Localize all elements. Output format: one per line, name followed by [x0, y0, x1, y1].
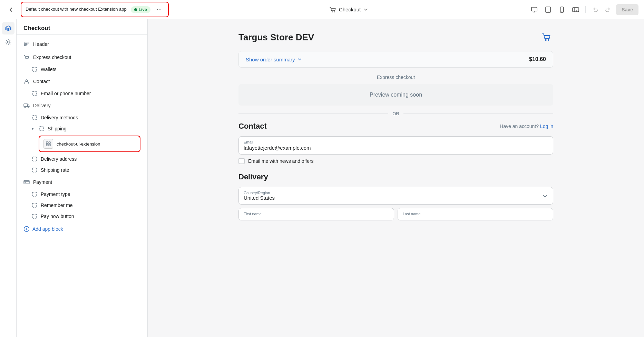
country-label: Country/Region: [244, 191, 275, 195]
country-field[interactable]: Country/Region United States: [238, 187, 553, 205]
topbar-right: Save: [529, 4, 638, 15]
sidebar-item-pay-now-label: Pay now button: [41, 214, 74, 219]
svg-rect-2: [531, 7, 537, 11]
sidebar-item-wallets[interactable]: Wallets: [17, 64, 147, 75]
extension-icon: [43, 139, 53, 149]
last-name-label: Last name: [403, 212, 548, 216]
sidebar-item-delivery-address[interactable]: Delivery address: [17, 153, 147, 165]
email-offers-checkbox[interactable]: [238, 158, 245, 164]
icon-sidebar: [0, 19, 17, 337]
save-button[interactable]: Save: [616, 4, 638, 15]
express-checkout-label: Express checkout: [238, 75, 553, 80]
sidebar-item-pay-now[interactable]: Pay now button: [17, 211, 147, 222]
add-app-block-button[interactable]: Add app block: [17, 222, 147, 236]
login-link[interactable]: Log in: [540, 123, 553, 129]
name-row: First name Last name: [238, 208, 553, 224]
sidebar-item-contact[interactable]: Contact: [17, 75, 147, 88]
svg-rect-30: [32, 192, 37, 196]
svg-rect-24: [46, 144, 48, 146]
svg-point-4: [548, 11, 548, 12]
svg-point-8: [7, 41, 9, 43]
email-phone-icon: [32, 91, 37, 96]
shipping-collapse-icon: ▾: [32, 127, 34, 131]
back-button[interactable]: [6, 4, 17, 15]
undo-button[interactable]: [590, 4, 601, 15]
country-chevron-icon: [542, 193, 548, 199]
tablet-view-button[interactable]: [543, 4, 554, 15]
sidebar-item-wallets-label: Wallets: [41, 67, 56, 72]
sidebar-item-email-phone[interactable]: Email or phone number: [17, 88, 147, 99]
sidebar-item-delivery-label: Delivery: [33, 103, 51, 108]
svg-rect-21: [39, 127, 43, 131]
redo-button[interactable]: [602, 4, 613, 15]
svg-point-19: [28, 107, 29, 108]
plus-circle-icon: [23, 226, 30, 232]
sidebar-item-delivery[interactable]: Delivery: [17, 99, 147, 112]
topbar: Default checkout with new checkout Exten…: [0, 0, 644, 19]
live-label: Live: [139, 7, 147, 12]
sidebar-item-shipping-rate[interactable]: Shipping rate: [17, 165, 147, 176]
add-app-block-label: Add app block: [32, 226, 63, 232]
sidebar-item-remember-me[interactable]: Remember me: [17, 200, 147, 211]
settings-button[interactable]: [2, 36, 14, 48]
express-checkout-section: Express checkout Preview coming soon: [238, 75, 553, 106]
express-checkout-icon: [23, 54, 30, 60]
sidebar-item-extension[interactable]: checkout-ui-extension: [39, 136, 140, 152]
svg-rect-25: [49, 144, 50, 146]
sidebar-item-express-checkout[interactable]: Express checkout: [17, 51, 147, 64]
svg-point-18: [25, 107, 25, 108]
svg-rect-14: [32, 67, 37, 71]
contact-title: Contact: [238, 122, 267, 131]
mobile-view-button[interactable]: [556, 4, 567, 15]
email-field-label: Email: [244, 140, 548, 144]
sidebar-item-header[interactable]: Header: [17, 38, 147, 51]
last-name-field[interactable]: Last name: [398, 208, 553, 220]
email-field-value: lafayettejerde@example.com: [244, 145, 548, 151]
email-offers-row: Email me with news and offers: [238, 158, 553, 164]
sidebar-item-email-phone-label: Email or phone number: [41, 91, 91, 96]
sidebar-title: Checkout: [23, 25, 50, 31]
have-account-text: Have an account? Log in: [500, 123, 553, 129]
divider: [585, 6, 586, 13]
email-field[interactable]: Email lafayettejerde@example.com: [238, 136, 553, 155]
or-divider: OR: [238, 111, 553, 116]
sidebar-item-express-checkout-label: Express checkout: [33, 54, 71, 60]
cart-icon-button[interactable]: [539, 30, 553, 44]
shipping-icon: [39, 126, 44, 131]
sidebar: Checkout Header: [17, 19, 148, 337]
first-name-field[interactable]: First name: [238, 208, 394, 220]
sidebar-item-payment-type[interactable]: Payment type: [17, 189, 147, 200]
main-layout: Checkout Header: [0, 19, 644, 337]
svg-rect-23: [49, 142, 50, 143]
order-summary-chevron-icon: [297, 57, 302, 62]
topbar-center: Checkout: [329, 6, 368, 13]
sidebar-item-shipping-rate-label: Shipping rate: [41, 167, 69, 173]
svg-rect-9: [24, 42, 29, 43]
svg-rect-26: [32, 157, 37, 161]
svg-point-1: [334, 11, 335, 12]
more-button[interactable]: ···: [155, 5, 164, 14]
show-order-summary-button[interactable]: Show order summary: [246, 57, 302, 62]
svg-rect-22: [46, 142, 48, 143]
remember-me-icon: [32, 202, 37, 208]
live-badge: Live: [131, 6, 150, 13]
sidebar-item-shipping[interactable]: ▾ Shipping: [17, 123, 147, 134]
checkout-preview: Targus Store DEV Show order summary: [230, 19, 562, 337]
sidebar-item-delivery-address-label: Delivery address: [41, 156, 77, 162]
or-label: OR: [392, 111, 399, 116]
country-value: United States: [244, 195, 275, 201]
layers-button[interactable]: [2, 22, 14, 34]
sidebar-item-payment-type-label: Payment type: [41, 191, 70, 197]
desktop-view-button[interactable]: [529, 4, 540, 15]
svg-point-34: [545, 40, 546, 41]
contact-section: Contact Have an account? Log in Email la…: [238, 122, 553, 164]
shipping-rate-icon: [32, 167, 37, 173]
wallets-icon: [32, 67, 37, 72]
sidebar-item-delivery-methods-label: Delivery methods: [41, 115, 78, 120]
svg-point-15: [26, 80, 28, 81]
sidebar-item-delivery-methods[interactable]: Delivery methods: [17, 112, 147, 123]
sidebar-item-payment[interactable]: Payment: [17, 176, 147, 189]
svg-rect-20: [32, 116, 37, 120]
responsive-view-button[interactable]: [570, 4, 581, 15]
svg-point-0: [332, 11, 333, 12]
